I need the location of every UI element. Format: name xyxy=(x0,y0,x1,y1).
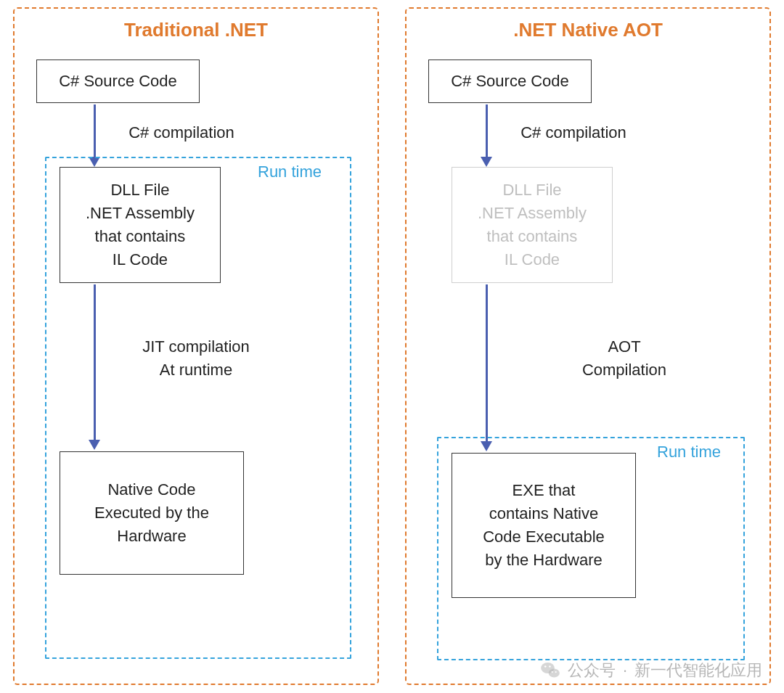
box-dll-left: DLL File .NET Assembly that contains IL … xyxy=(60,167,221,283)
label-csharp-compile-left: C# compilation xyxy=(109,121,254,144)
box-native-left: Native Code Executed by the Hardware xyxy=(60,451,244,575)
label-jit-left: JIT compilation At runtime xyxy=(116,335,276,382)
svg-point-2 xyxy=(544,665,547,668)
panel-traditional: Traditional .NET C# Source Code C# compi… xyxy=(13,7,379,685)
panel-aot: .NET Native AOT C# Source Code C# compil… xyxy=(405,7,771,685)
svg-point-3 xyxy=(549,665,551,668)
box-source-right: C# Source Code xyxy=(428,60,592,103)
wechat-icon xyxy=(540,660,560,681)
label-csharp-compile-right: C# compilation xyxy=(501,121,646,144)
watermark: 公众号 · 新一代智能化应用 xyxy=(540,660,762,681)
box-source-left: C# Source Code xyxy=(36,60,200,103)
label-aot-right: AOT Compilation xyxy=(552,335,697,382)
box-dll-right-faded: DLL File .NET Assembly that contains IL … xyxy=(452,167,613,283)
watermark-dot: · xyxy=(623,661,627,680)
title-aot: .NET Native AOT xyxy=(407,19,769,41)
runtime-label-right: Run time xyxy=(657,443,721,462)
svg-point-4 xyxy=(552,671,553,673)
watermark-text: 新一代智能化应用 xyxy=(634,660,762,681)
title-traditional: Traditional .NET xyxy=(15,19,377,41)
box-exe-right: EXE that contains Native Code Executable… xyxy=(452,453,636,598)
watermark-prefix: 公众号 xyxy=(568,660,616,681)
svg-point-1 xyxy=(549,668,560,677)
svg-point-5 xyxy=(555,671,557,673)
runtime-label-left: Run time xyxy=(258,163,322,181)
